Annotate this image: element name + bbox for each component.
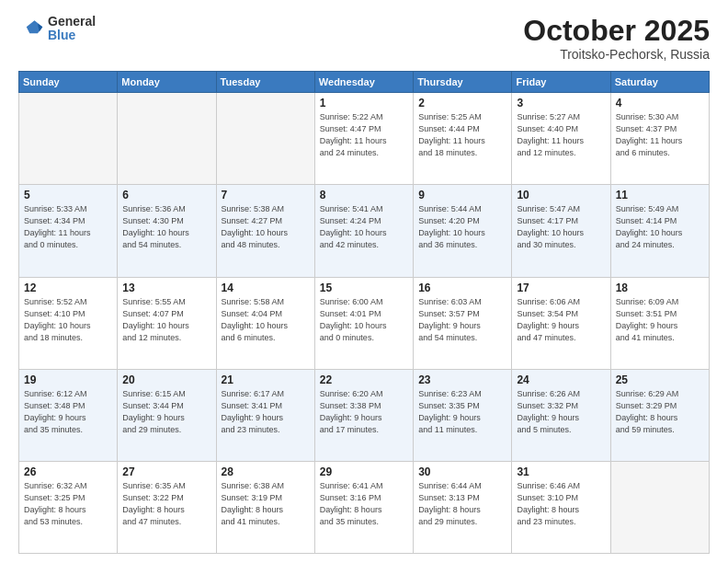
day-number: 7 [222, 189, 310, 201]
calendar-cell: 4Sunrise: 5:30 AM Sunset: 4:37 PM Daylig… [610, 93, 709, 185]
logo-line1: General [48, 15, 96, 29]
day-number: 20 [122, 373, 210, 386]
day-info: Sunrise: 6:09 AM Sunset: 3:51 PM Dayligh… [616, 296, 704, 344]
day-number: 22 [320, 373, 408, 386]
day-info: Sunrise: 5:47 AM Sunset: 4:17 PM Dayligh… [517, 203, 605, 251]
day-number: 28 [222, 465, 310, 478]
weekday-header-monday: Monday [118, 72, 216, 93]
day-info: Sunrise: 6:35 AM Sunset: 3:22 PM Dayligh… [122, 480, 210, 528]
calendar-week-row: 5Sunrise: 5:33 AM Sunset: 4:34 PM Daylig… [19, 185, 710, 277]
day-number: 1 [320, 97, 408, 109]
day-info: Sunrise: 6:38 AM Sunset: 3:19 PM Dayligh… [222, 480, 310, 528]
calendar-cell [19, 93, 118, 185]
calendar-cell: 11Sunrise: 5:49 AM Sunset: 4:14 PM Dayli… [610, 185, 709, 277]
calendar-cell: 24Sunrise: 6:26 AM Sunset: 3:32 PM Dayli… [512, 369, 610, 461]
day-info: Sunrise: 6:20 AM Sunset: 3:38 PM Dayligh… [320, 388, 408, 436]
day-info: Sunrise: 6:12 AM Sunset: 3:48 PM Dayligh… [24, 388, 112, 436]
day-number: 5 [24, 189, 112, 201]
calendar-cell: 20Sunrise: 6:15 AM Sunset: 3:44 PM Dayli… [118, 369, 216, 461]
day-number: 9 [418, 189, 506, 201]
calendar-cell: 12Sunrise: 5:52 AM Sunset: 4:10 PM Dayli… [19, 277, 118, 369]
day-info: Sunrise: 5:36 AM Sunset: 4:30 PM Dayligh… [122, 203, 210, 251]
day-info: Sunrise: 6:26 AM Sunset: 3:32 PM Dayligh… [517, 388, 605, 436]
calendar-cell: 9Sunrise: 5:44 AM Sunset: 4:20 PM Daylig… [414, 185, 512, 277]
calendar-week-row: 1Sunrise: 5:22 AM Sunset: 4:47 PM Daylig… [19, 93, 710, 185]
logo-icon [18, 16, 44, 41]
day-info: Sunrise: 5:25 AM Sunset: 4:44 PM Dayligh… [418, 111, 506, 159]
weekday-header-row: SundayMondayTuesdayWednesdayThursdayFrid… [19, 72, 710, 93]
day-info: Sunrise: 6:41 AM Sunset: 3:16 PM Dayligh… [320, 480, 408, 528]
header: General Blue October 2025 Troitsko-Pecho… [18, 15, 710, 62]
day-number: 21 [222, 373, 310, 386]
day-info: Sunrise: 6:46 AM Sunset: 3:10 PM Dayligh… [517, 480, 605, 528]
calendar-cell: 14Sunrise: 5:58 AM Sunset: 4:04 PM Dayli… [216, 277, 314, 369]
day-number: 23 [418, 373, 506, 386]
day-number: 13 [122, 282, 210, 294]
day-info: Sunrise: 6:32 AM Sunset: 3:25 PM Dayligh… [24, 480, 112, 528]
calendar-table: SundayMondayTuesdayWednesdayThursdayFrid… [18, 71, 710, 554]
calendar-cell: 28Sunrise: 6:38 AM Sunset: 3:19 PM Dayli… [216, 461, 314, 553]
day-number: 12 [24, 282, 112, 294]
day-number: 4 [616, 97, 704, 109]
day-number: 24 [517, 373, 605, 386]
calendar-cell [118, 93, 216, 185]
calendar-cell: 19Sunrise: 6:12 AM Sunset: 3:48 PM Dayli… [19, 369, 118, 461]
day-info: Sunrise: 5:27 AM Sunset: 4:40 PM Dayligh… [517, 111, 605, 159]
calendar-cell: 5Sunrise: 5:33 AM Sunset: 4:34 PM Daylig… [19, 185, 118, 277]
calendar-cell [610, 461, 709, 553]
day-number: 25 [616, 373, 704, 386]
day-number: 19 [24, 373, 112, 386]
day-info: Sunrise: 5:30 AM Sunset: 4:37 PM Dayligh… [616, 111, 704, 159]
logo-text: General Blue [48, 15, 96, 43]
weekday-header-saturday: Saturday [610, 72, 709, 93]
calendar-cell: 26Sunrise: 6:32 AM Sunset: 3:25 PM Dayli… [19, 461, 118, 553]
logo-line2: Blue [48, 29, 96, 42]
weekday-header-tuesday: Tuesday [216, 72, 314, 93]
day-info: Sunrise: 6:03 AM Sunset: 3:57 PM Dayligh… [418, 296, 506, 344]
calendar-cell: 21Sunrise: 6:17 AM Sunset: 3:41 PM Dayli… [216, 369, 314, 461]
day-number: 11 [616, 189, 704, 201]
calendar-cell: 29Sunrise: 6:41 AM Sunset: 3:16 PM Dayli… [314, 461, 413, 553]
day-info: Sunrise: 6:23 AM Sunset: 3:35 PM Dayligh… [418, 388, 506, 436]
day-info: Sunrise: 5:33 AM Sunset: 4:34 PM Dayligh… [24, 203, 112, 251]
day-number: 8 [320, 189, 408, 201]
logo: General Blue [18, 15, 96, 43]
day-number: 17 [517, 282, 605, 294]
title-block: October 2025 Troitsko-Pechorsk, Russia [523, 15, 710, 62]
weekday-header-thursday: Thursday [414, 72, 512, 93]
calendar-cell: 10Sunrise: 5:47 AM Sunset: 4:17 PM Dayli… [512, 185, 610, 277]
day-info: Sunrise: 6:29 AM Sunset: 3:29 PM Dayligh… [616, 388, 704, 436]
page: General Blue October 2025 Troitsko-Pecho… [0, 0, 728, 563]
calendar-cell: 15Sunrise: 6:00 AM Sunset: 4:01 PM Dayli… [314, 277, 413, 369]
day-number: 6 [122, 189, 210, 201]
day-info: Sunrise: 5:55 AM Sunset: 4:07 PM Dayligh… [122, 296, 210, 344]
day-info: Sunrise: 6:15 AM Sunset: 3:44 PM Dayligh… [122, 388, 210, 436]
location-subtitle: Troitsko-Pechorsk, Russia [523, 47, 710, 62]
calendar-cell: 23Sunrise: 6:23 AM Sunset: 3:35 PM Dayli… [414, 369, 512, 461]
day-number: 16 [418, 282, 506, 294]
day-number: 31 [517, 465, 605, 478]
calendar-week-row: 19Sunrise: 6:12 AM Sunset: 3:48 PM Dayli… [19, 369, 710, 461]
day-info: Sunrise: 6:44 AM Sunset: 3:13 PM Dayligh… [418, 480, 506, 528]
calendar-week-row: 26Sunrise: 6:32 AM Sunset: 3:25 PM Dayli… [19, 461, 710, 553]
day-number: 10 [517, 189, 605, 201]
calendar-cell: 16Sunrise: 6:03 AM Sunset: 3:57 PM Dayli… [414, 277, 512, 369]
calendar-cell: 18Sunrise: 6:09 AM Sunset: 3:51 PM Dayli… [610, 277, 709, 369]
calendar-cell: 6Sunrise: 5:36 AM Sunset: 4:30 PM Daylig… [118, 185, 216, 277]
calendar-cell: 31Sunrise: 6:46 AM Sunset: 3:10 PM Dayli… [512, 461, 610, 553]
day-number: 15 [320, 282, 408, 294]
day-number: 26 [24, 465, 112, 478]
calendar-week-row: 12Sunrise: 5:52 AM Sunset: 4:10 PM Dayli… [19, 277, 710, 369]
day-number: 29 [320, 465, 408, 478]
weekday-header-friday: Friday [512, 72, 610, 93]
day-info: Sunrise: 5:52 AM Sunset: 4:10 PM Dayligh… [24, 296, 112, 344]
day-info: Sunrise: 6:17 AM Sunset: 3:41 PM Dayligh… [222, 388, 310, 436]
day-info: Sunrise: 5:49 AM Sunset: 4:14 PM Dayligh… [616, 203, 704, 251]
day-info: Sunrise: 5:38 AM Sunset: 4:27 PM Dayligh… [222, 203, 310, 251]
calendar-cell: 30Sunrise: 6:44 AM Sunset: 3:13 PM Dayli… [414, 461, 512, 553]
day-number: 27 [122, 465, 210, 478]
day-number: 2 [418, 97, 506, 109]
day-number: 3 [517, 97, 605, 109]
calendar-cell: 17Sunrise: 6:06 AM Sunset: 3:54 PM Dayli… [512, 277, 610, 369]
day-info: Sunrise: 5:41 AM Sunset: 4:24 PM Dayligh… [320, 203, 408, 251]
